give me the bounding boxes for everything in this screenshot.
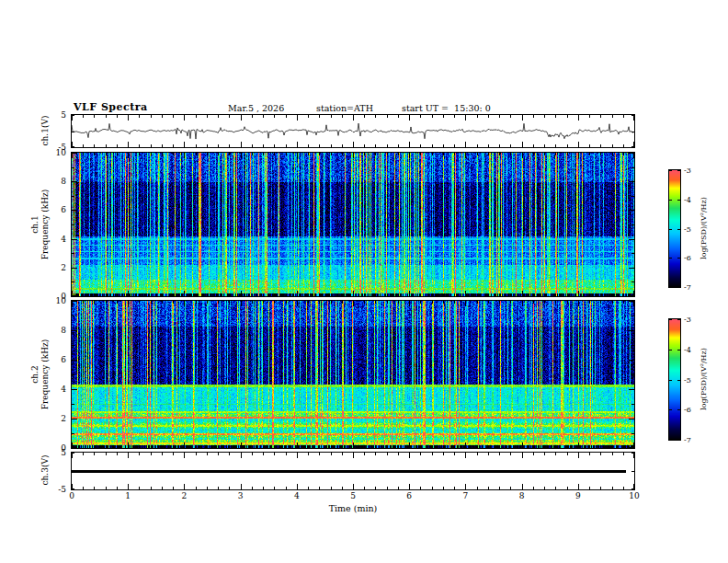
spec2-y-tick-label: 4 [42,385,66,394]
x-tick-label: 9 [569,491,587,500]
x-tick-label: 1 [119,491,137,500]
ch1-frequency-axis-label: ch.1 Frequency (kHz) [30,190,51,260]
ch2-axis-label-line2: Frequency (kHz) [40,339,51,410]
ch1v-y-tick-label: -5 [42,143,66,152]
colorbar-ch1-tick-label: -5 [684,225,702,234]
x-tick-label: 8 [513,491,531,500]
colorbar-ch2-tick-label: -6 [684,406,702,414]
spec2-y-tick-label: 2 [42,414,66,423]
colorbar-ch1-tick-label: -7 [684,283,702,292]
x-tick-label: 5 [344,491,362,500]
time-axis-label: Time (min) [329,503,378,513]
ch3-waveform-plot [71,452,635,490]
figure-title: VLF Spectra [74,101,148,113]
spec1-y-tick-label: 2 [42,263,66,272]
spec2-y-tick-label: 10 [42,296,66,305]
x-tick-label: 6 [400,491,418,500]
vlf-spectra-figure: VLF Spectra Mar.5 , 2026 station=ATH sta… [0,0,728,563]
ch1v-y-tick-label: 5 [42,110,66,120]
date-label: Mar.5 , 2026 [228,103,284,113]
ch2-spectrogram-plot [71,300,635,449]
ch1v-axis-label: ch.1(V) [40,116,50,146]
spec1-y-tick-label: 6 [42,205,66,214]
ch3v-y-tick-label: 5 [42,448,66,457]
spec1-y-tick-label: 4 [42,235,66,244]
spec2-y-tick-label: 8 [42,326,66,335]
colorbar-ch1-tick-label: -6 [684,254,702,262]
ch1-axis-label-line2: Frequency (kHz) [40,190,51,260]
ch1-spectrogram-plot [71,152,635,297]
colorbar-ch1 [668,169,681,288]
start-ut-label: start UT = 15:30: 0 [402,103,491,113]
spec2-y-tick-label: 6 [42,355,66,364]
ch1-waveform-plot [71,114,635,148]
ch2-frequency-axis-label: ch.2 Frequency (kHz) [30,339,51,410]
colorbar-ch2-tick-label: -3 [684,316,702,324]
ch3v-y-tick-label: -5 [42,485,66,494]
colorbar-ch2 [668,318,681,441]
x-tick-label: 4 [288,491,306,500]
ch2-axis-label-line1: ch.2 [30,339,40,410]
x-tick-label: 7 [456,491,474,500]
ch1-axis-label-line1: ch.1 [30,190,40,260]
x-tick-label: 3 [232,491,250,500]
ch3v-axis-label: ch.3(V) [40,455,50,486]
station-label: station=ATH [316,103,373,113]
x-tick-label: 2 [175,491,193,500]
spec1-y-tick-label: 8 [42,177,66,186]
x-tick-label: 10 [625,491,643,500]
colorbar-ch2-tick-label: -7 [684,436,702,444]
colorbar-ch2-tick-label: -4 [684,346,702,354]
colorbar-ch1-tick-label: -4 [684,196,702,204]
colorbar-ch2-tick-label: -5 [684,376,702,385]
colorbar-ch1-tick-label: -3 [684,167,702,175]
